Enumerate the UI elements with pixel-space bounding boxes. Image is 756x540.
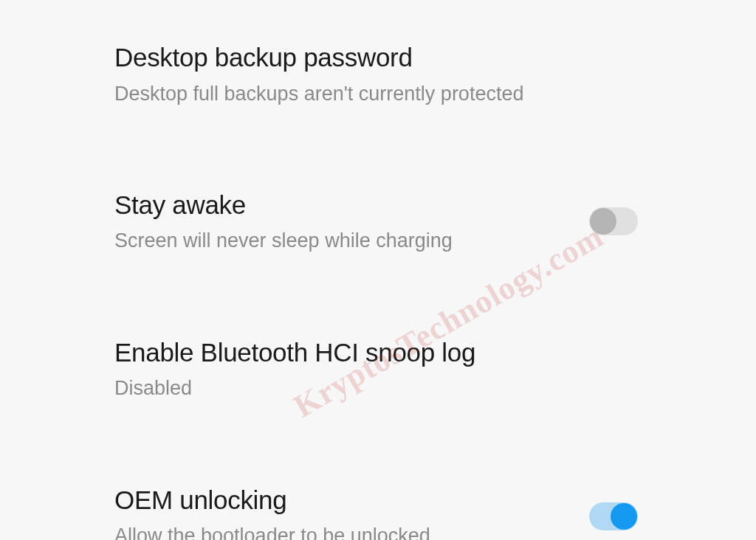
setting-subtitle: Desktop full backups aren't currently pr…: [114, 80, 638, 107]
stay-awake-toggle[interactable]: [589, 207, 638, 235]
setting-text: Desktop backup password Desktop full bac…: [114, 41, 638, 107]
setting-bluetooth-hci-snoop[interactable]: Enable Bluetooth HCI snoop log Disabled: [114, 317, 638, 420]
setting-title: Stay awake: [114, 188, 567, 222]
setting-title: Enable Bluetooth HCI snoop log: [114, 336, 638, 370]
toggle-thumb: [611, 503, 637, 530]
setting-oem-unlocking[interactable]: OEM unlocking Allow the bootloader to be…: [114, 465, 638, 540]
setting-text: Enable Bluetooth HCI snoop log Disabled: [114, 336, 638, 402]
setting-title: OEM unlocking: [114, 483, 567, 517]
setting-subtitle: Disabled: [114, 375, 638, 401]
setting-text: OEM unlocking Allow the bootloader to be…: [114, 483, 567, 540]
setting-text: Stay awake Screen will never sleep while…: [114, 188, 567, 255]
setting-subtitle: Allow the bootloader to be unlocked: [114, 522, 567, 540]
oem-unlocking-toggle[interactable]: [589, 502, 638, 530]
settings-list: Desktop backup password Desktop full bac…: [0, 0, 756, 540]
setting-stay-awake[interactable]: Stay awake Screen will never sleep while…: [114, 170, 638, 273]
setting-subtitle: Screen will never sleep while charging: [114, 227, 567, 254]
setting-desktop-backup-password[interactable]: Desktop backup password Desktop full bac…: [114, 41, 638, 125]
toggle-thumb: [590, 208, 616, 235]
setting-title: Desktop backup password: [114, 41, 638, 75]
